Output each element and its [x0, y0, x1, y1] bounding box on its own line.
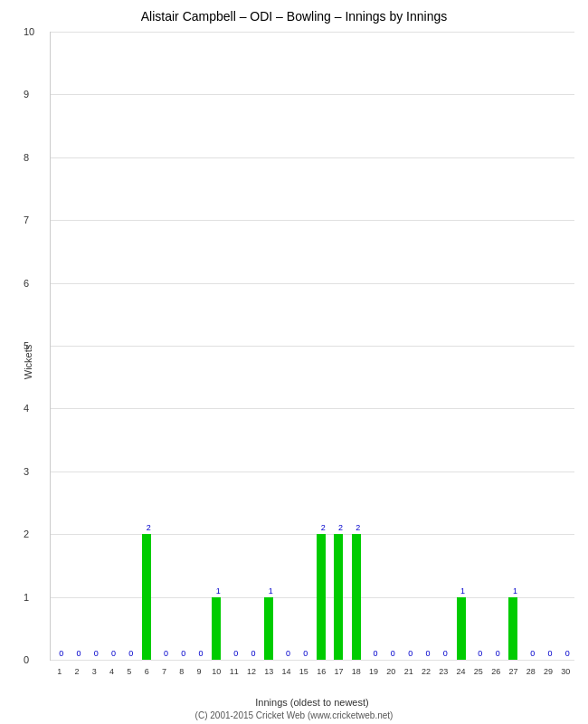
bar-value-label: 1	[457, 586, 469, 595]
bar	[212, 597, 221, 660]
x-tick-label: 11	[230, 667, 239, 676]
bar-value-label: 2	[317, 523, 329, 532]
x-tick-label: 16	[317, 667, 326, 676]
bar-zero-label: 0	[177, 649, 190, 658]
x-tick-label: 24	[457, 667, 466, 676]
bar-zero-label: 0	[561, 649, 574, 658]
bar-zero-label: 0	[474, 649, 487, 658]
grid-line	[51, 534, 574, 535]
x-tick-label: 13	[264, 667, 273, 676]
x-tick-label: 15	[299, 667, 308, 676]
x-tick-label: 4	[109, 667, 114, 676]
grid-line	[51, 94, 574, 95]
bar-zero-label: 0	[386, 649, 399, 658]
x-tick-label: 1	[57, 667, 62, 676]
x-tick-label: 10	[212, 667, 221, 676]
bar-zero-label: 0	[55, 649, 68, 658]
copyright: (C) 2001-2015 Cricket Web (www.cricketwe…	[0, 710, 588, 720]
bar-zero-label: 0	[230, 649, 242, 658]
y-tick-label: 4	[24, 403, 29, 414]
bar	[264, 597, 273, 660]
bar-zero-label: 0	[422, 649, 434, 658]
grid-line	[51, 157, 574, 158]
x-tick-label: 23	[439, 667, 448, 676]
x-tick-label: 28	[526, 667, 536, 676]
grid-line	[51, 32, 574, 33]
bar-zero-label: 0	[282, 649, 295, 658]
bar-zero-label: 0	[491, 649, 504, 658]
y-tick-label: 6	[24, 278, 29, 289]
bar-zero-label: 0	[526, 649, 539, 658]
y-tick-label: 0	[24, 654, 29, 665]
bar-zero-label: 0	[125, 649, 138, 658]
chart-title: Alistair Campbell – ODI – Bowling – Inni…	[0, 0, 588, 28]
bar	[334, 534, 343, 660]
x-tick-label: 5	[127, 667, 131, 676]
bar-zero-label: 0	[108, 649, 120, 658]
bar-zero-label: 0	[544, 649, 556, 658]
x-tick-label: 7	[162, 667, 166, 676]
bar-value-label: 2	[334, 523, 346, 532]
y-tick-label: 7	[24, 214, 29, 225]
bar	[457, 597, 466, 660]
bar	[352, 534, 361, 660]
bar-zero-label: 0	[299, 649, 312, 658]
y-tick-label: 1	[24, 592, 29, 603]
x-tick-label: 22	[422, 667, 431, 676]
x-tick-label: 20	[386, 667, 395, 676]
grid-line	[51, 597, 574, 598]
bar-value-label: 2	[352, 523, 365, 532]
grid-line	[51, 346, 574, 347]
y-tick-label: 10	[24, 26, 34, 37]
y-tick-label: 3	[24, 466, 29, 477]
x-tick-label: 25	[474, 667, 483, 676]
y-tick-label: 2	[24, 529, 29, 539]
x-tick-label: 21	[404, 667, 413, 676]
grid-line	[51, 472, 574, 472]
x-tick-label: 29	[544, 667, 553, 676]
bar-value-label: 1	[212, 586, 224, 595]
grid-line	[51, 408, 574, 409]
x-tick-label: 30	[561, 667, 570, 676]
bar-value-label: 1	[508, 586, 521, 595]
grid-line	[51, 220, 574, 221]
x-axis-title: Innings (oldest to newest)	[50, 697, 574, 708]
chart-container: Alistair Campbell – ODI – Bowling – Inni…	[0, 0, 588, 724]
bar-zero-label: 0	[247, 649, 260, 658]
x-tick-label: 14	[282, 667, 291, 676]
bar-zero-label: 0	[72, 649, 85, 658]
bar	[317, 534, 326, 660]
bar-zero-label: 0	[159, 649, 172, 658]
x-tick-label: 9	[197, 667, 202, 676]
x-tick-label: 26	[491, 667, 500, 676]
bar-zero-label: 0	[194, 649, 207, 658]
x-tick-label: 2	[74, 667, 79, 676]
x-tick-label: 6	[145, 667, 149, 676]
x-tick-label: 12	[247, 667, 256, 676]
bar-value-label: 1	[264, 586, 277, 595]
bar-zero-label: 0	[369, 649, 382, 658]
x-tick-label: 3	[92, 667, 97, 676]
bar	[508, 597, 517, 660]
y-tick-label: 5	[24, 340, 29, 351]
x-tick-label: 18	[352, 667, 361, 676]
chart-area: 0123456789100102030405260708091100110121…	[50, 32, 574, 661]
bar-zero-label: 0	[404, 649, 417, 658]
y-tick-label: 9	[24, 89, 29, 100]
x-tick-label: 8	[179, 667, 184, 676]
bar-value-label: 2	[142, 523, 155, 532]
bar-zero-label: 0	[439, 649, 451, 658]
x-tick-label: 17	[334, 667, 343, 676]
grid-line	[51, 660, 574, 661]
x-tick-label: 19	[369, 667, 378, 676]
y-tick-label: 8	[24, 152, 29, 163]
x-tick-label: 27	[508, 667, 517, 676]
bar	[142, 534, 151, 660]
grid-line	[51, 283, 574, 284]
bar-zero-label: 0	[90, 649, 102, 658]
